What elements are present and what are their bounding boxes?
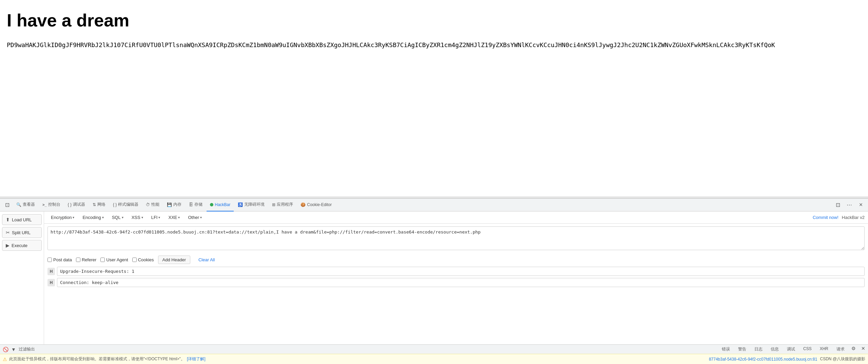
bottom-tab-logs[interactable]: 日志 bbox=[753, 346, 764, 353]
xss-arrow-icon: ▾ bbox=[141, 216, 143, 219]
apps-icon: ⊞ bbox=[272, 202, 275, 207]
xxe-arrow-icon: ▾ bbox=[178, 216, 180, 219]
bottom-tab-info[interactable]: 信息 bbox=[769, 346, 780, 353]
split-url-label: Split URL bbox=[12, 230, 31, 235]
filter-output-label: 过滤输出 bbox=[19, 346, 35, 352]
execute-button[interactable]: ▶ Execute bbox=[2, 240, 42, 251]
headers-area: H H bbox=[44, 265, 868, 344]
clear-all-button[interactable]: Clear All bbox=[194, 256, 219, 264]
tab-debugger[interactable]: { } 调试器 bbox=[64, 199, 89, 211]
header-input-0[interactable] bbox=[57, 267, 865, 276]
post-data-checkbox-label[interactable]: Post data bbox=[47, 257, 72, 262]
debugger-icon: { } bbox=[68, 202, 72, 207]
accessibility-icon: ♿ bbox=[238, 202, 243, 207]
bottom-tab-debug[interactable]: 调试 bbox=[786, 346, 796, 353]
node-link[interactable]: 8774b3af-5438-42c6-94f2-cc07fd011005.nod… bbox=[709, 357, 817, 362]
url-input[interactable] bbox=[47, 226, 865, 250]
tab-network-label: 网络 bbox=[97, 202, 105, 207]
devtools-responsive-button[interactable]: ⊡ bbox=[833, 200, 843, 210]
split-url-button[interactable]: ✂ Split URL bbox=[2, 227, 42, 238]
hackbar-sidebar: ⬆ Load URL ✂ Split URL ▶ Execute bbox=[0, 211, 44, 344]
devtools-right-actions: ⊡ ⋯ × bbox=[833, 200, 866, 210]
header-input-1[interactable] bbox=[57, 278, 865, 287]
tab-storage[interactable]: 🗄 存储 bbox=[186, 199, 206, 211]
post-data-checkbox[interactable] bbox=[47, 258, 52, 262]
tab-performance-label: 性能 bbox=[151, 202, 159, 207]
tab-console[interactable]: >_ 控制台 bbox=[39, 199, 64, 211]
warning-icon: ⚠ bbox=[3, 357, 7, 362]
storage-icon: 🗄 bbox=[189, 202, 193, 207]
warning-learn-more-link[interactable]: [详细了解] bbox=[187, 356, 206, 362]
menu-sql[interactable]: SQL ▾ bbox=[109, 214, 127, 221]
post-data-label: Post data bbox=[53, 257, 72, 262]
referer-checkbox-label[interactable]: Referer bbox=[76, 257, 96, 262]
cookie-editor-icon: 🍪 bbox=[301, 202, 306, 207]
devtools-more-button[interactable]: ⋯ bbox=[844, 200, 854, 210]
menu-encoding[interactable]: Encoding ▾ bbox=[79, 214, 107, 221]
tab-style-editor[interactable]: { } 样式编辑器 bbox=[110, 199, 142, 211]
warning-text: 此页面处于怪异模式，排版布局可能会受到影响。若需要标准模式，请使用"<!DOCT… bbox=[9, 356, 185, 362]
network-icon: ⇅ bbox=[93, 202, 96, 207]
menu-xxe[interactable]: XXE ▾ bbox=[165, 214, 183, 221]
page-title: I have a dream bbox=[7, 10, 861, 31]
tab-accessibility[interactable]: ♿ 无障碍环境 bbox=[234, 199, 268, 211]
referer-checkbox[interactable] bbox=[76, 258, 80, 262]
sql-label: SQL bbox=[112, 215, 121, 220]
other-arrow-icon: ▾ bbox=[200, 216, 202, 219]
encryption-label: Encryption bbox=[51, 215, 72, 220]
upload-icon: ⬆ bbox=[6, 217, 10, 222]
header-badge-0: H bbox=[47, 268, 55, 275]
tab-inspector[interactable]: 🔍 查看器 bbox=[13, 199, 38, 211]
devtools-statusbar: 🚫 ▼ 过滤输出 错误 警告 日志 信息 调试 CSS XHR 请求 ⚙ ✕ bbox=[0, 344, 868, 354]
bottom-tab-warnings[interactable]: 警告 bbox=[737, 346, 748, 353]
bottom-tab-xhr[interactable]: XHR bbox=[818, 346, 830, 353]
tab-network[interactable]: ⇅ 网络 bbox=[89, 199, 109, 211]
header-row: H bbox=[47, 267, 865, 276]
menu-encryption[interactable]: Encryption ▾ bbox=[47, 214, 78, 221]
close-bottom-icon[interactable]: ✕ bbox=[861, 346, 865, 353]
tab-memory-label: 内存 bbox=[173, 202, 181, 207]
warning-bar: ⚠ 此页面处于怪异模式，排版布局可能会受到影响。若需要标准模式，请使用"<!DO… bbox=[0, 354, 868, 364]
tab-hackbar[interactable]: HackBar bbox=[207, 199, 234, 211]
play-icon: ▶ bbox=[6, 243, 9, 248]
devtools-close-button[interactable]: × bbox=[856, 200, 866, 210]
tab-cookie-editor[interactable]: 🍪 Cookie-Editor bbox=[297, 199, 335, 211]
xss-label: XSS bbox=[132, 215, 140, 220]
commit-now-link[interactable]: Commit now! bbox=[813, 215, 838, 220]
tab-console-label: 控制台 bbox=[48, 202, 60, 207]
tab-memory[interactable]: 💾 内存 bbox=[163, 199, 185, 211]
tab-inspector-label: 查看器 bbox=[23, 202, 35, 207]
cookies-checkbox[interactable] bbox=[132, 258, 137, 262]
filter-icon[interactable]: ▼ bbox=[11, 347, 16, 352]
encryption-arrow-icon: ▾ bbox=[73, 216, 74, 219]
memory-icon: 💾 bbox=[167, 202, 172, 207]
cookies-checkbox-label[interactable]: Cookies bbox=[132, 257, 154, 262]
add-header-button[interactable]: Add Header bbox=[158, 256, 190, 264]
lfi-arrow-icon: ▾ bbox=[158, 216, 160, 219]
csdn-label: CSDN @八块腹肌的摄影 bbox=[820, 356, 865, 362]
menu-lfi[interactable]: LFI ▾ bbox=[148, 214, 164, 221]
hackbar-panel: ⬆ Load URL ✂ Split URL ▶ Execute Encrypt… bbox=[0, 211, 868, 344]
user-agent-checkbox-label[interactable]: User Agent bbox=[100, 257, 128, 262]
bottom-tab-css[interactable]: CSS bbox=[802, 346, 813, 353]
bottom-tab-requests[interactable]: 请求 bbox=[835, 346, 846, 353]
settings-icon[interactable]: ⚙ bbox=[851, 346, 856, 353]
menu-other[interactable]: Other ▾ bbox=[185, 214, 205, 221]
clear-console-icon[interactable]: 🚫 bbox=[3, 347, 8, 352]
user-agent-checkbox[interactable] bbox=[100, 258, 105, 262]
hackbar-version-label: HackBar v2 bbox=[842, 215, 865, 220]
lfi-label: LFI bbox=[151, 215, 158, 220]
load-url-button[interactable]: ⬆ Load URL bbox=[2, 214, 42, 225]
url-area bbox=[44, 224, 868, 254]
devtools-dock-button[interactable]: ⊡ bbox=[2, 200, 12, 210]
hackbar-menubar: Encryption ▾ Encoding ▾ SQL ▾ XSS ▾ LFI bbox=[44, 211, 868, 224]
menu-xss[interactable]: XSS ▾ bbox=[128, 214, 147, 221]
encoding-label: Encoding bbox=[82, 215, 101, 220]
bottom-tab-errors[interactable]: 错误 bbox=[720, 346, 731, 353]
tab-performance[interactable]: ⏱ 性能 bbox=[142, 199, 163, 211]
tab-apps[interactable]: ⊞ 应用程序 bbox=[269, 199, 296, 211]
console-icon: >_ bbox=[42, 203, 47, 207]
header-badge-1: H bbox=[47, 279, 55, 286]
style-editor-icon: { } bbox=[113, 202, 117, 207]
tab-storage-label: 存储 bbox=[194, 202, 202, 207]
